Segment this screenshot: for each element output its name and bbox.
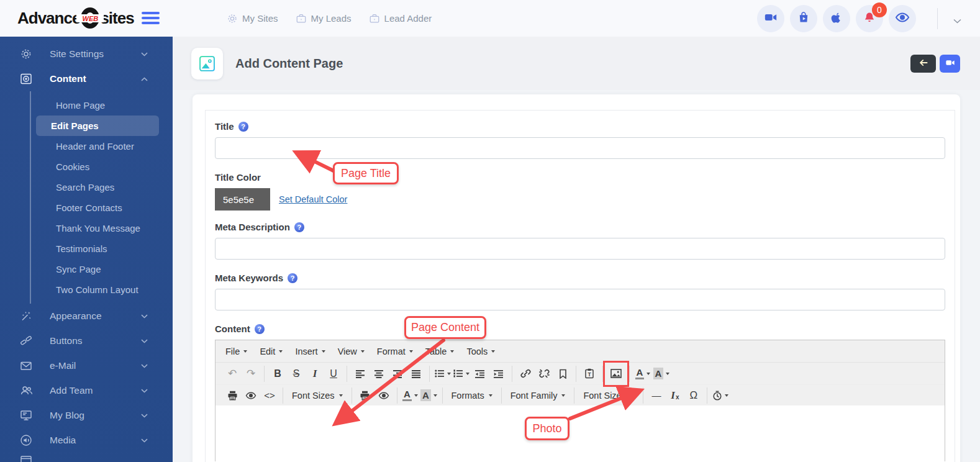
background-color-icon[interactable]: A: [652, 366, 671, 382]
form-card: Title ? Title Color 5e5e5e Set Default C…: [193, 94, 960, 462]
preview-eye-icon[interactable]: [242, 387, 260, 404]
horizontal-rule-icon[interactable]: —: [647, 387, 666, 404]
font-sizes-dropdown[interactable]: Font Sizes: [287, 387, 348, 404]
store-button[interactable]: [790, 5, 817, 32]
formats-dropdown[interactable]: Formats: [447, 387, 497, 404]
top-navigation: My Sites My Leads Lead Adder: [227, 0, 432, 37]
text-color-icon[interactable]: A: [401, 387, 420, 404]
italic-icon[interactable]: I: [306, 366, 324, 382]
align-justify-icon[interactable]: [407, 366, 425, 382]
picture-tile-icon: [191, 48, 223, 79]
source-code-icon[interactable]: <>: [260, 387, 279, 404]
sidebar-subitem-header-and-footer[interactable]: Header and Footer: [36, 136, 159, 156]
topnav-my-sites[interactable]: My Sites: [227, 13, 278, 24]
bold-icon[interactable]: B: [268, 366, 287, 382]
sidebar-item-label: My Blog: [50, 410, 84, 421]
redo-icon[interactable]: ↷: [242, 366, 260, 382]
back-button[interactable]: [910, 55, 936, 73]
menu-format[interactable]: Format: [371, 343, 419, 360]
bookmark-icon[interactable]: [553, 366, 572, 382]
menu-file[interactable]: File: [219, 343, 253, 360]
help-icon[interactable]: ?: [238, 122, 248, 132]
help-icon[interactable]: ?: [255, 324, 265, 334]
sidebar-subitem-edit-pages[interactable]: Edit Pages: [36, 116, 159, 136]
print-icon[interactable]: [223, 387, 242, 404]
page-title: Add Content Page: [235, 57, 343, 71]
menu-tools[interactable]: Tools: [460, 343, 501, 360]
special-character-icon[interactable]: Ω: [684, 387, 703, 404]
menu-insert[interactable]: Insert: [289, 343, 331, 360]
sidebar-item-my-blog[interactable]: My Blog: [0, 403, 173, 428]
insert-image-icon[interactable]: [607, 366, 625, 382]
sidebar-subitem-testimonials[interactable]: Testimonials: [36, 238, 159, 259]
paste-text-icon[interactable]: T: [580, 366, 599, 382]
content-label: Content: [215, 324, 250, 334]
unlink-icon[interactable]: [535, 366, 553, 382]
annotation-photo: Photo: [525, 417, 569, 440]
sidebar-subitem-cookies[interactable]: Cookies: [36, 156, 159, 177]
tags-icon: [20, 335, 35, 347]
font-family-dropdown[interactable]: Font Family: [506, 387, 571, 404]
link-icon[interactable]: [516, 366, 535, 382]
notifications-button[interactable]: 0: [856, 5, 883, 32]
sidebar-item-add-team[interactable]: Add Team: [0, 378, 173, 403]
chevron-down-icon: [141, 438, 148, 443]
sidebar-subitem-home-page[interactable]: Home Page: [36, 95, 159, 116]
set-default-color-link[interactable]: Set Default Color: [279, 194, 347, 204]
underline-icon[interactable]: U: [324, 366, 343, 382]
meta-keywords-input[interactable]: [215, 289, 945, 310]
help-icon[interactable]: ?: [288, 273, 297, 283]
apple-button[interactable]: [823, 5, 850, 32]
align-center-icon[interactable]: [370, 366, 388, 382]
sidebar-subitem-sync-page[interactable]: Sync Page: [36, 259, 159, 279]
chevron-down-icon: [141, 364, 148, 368]
sidebar-item-media[interactable]: Media: [0, 428, 173, 453]
sidebar-item-site-settings[interactable]: Site Settings: [0, 42, 173, 66]
indent-icon[interactable]: [489, 366, 508, 382]
chevron-down-icon[interactable]: [953, 15, 961, 26]
sidebar-item-email[interactable]: e-Mail: [0, 353, 173, 378]
annotation-page-title: Page Title: [333, 162, 399, 184]
gear-icon: [227, 13, 238, 24]
text-color-icon[interactable]: A: [633, 366, 652, 382]
topnav-my-leads[interactable]: My Leads: [296, 13, 352, 24]
menu-table[interactable]: Table: [419, 343, 461, 360]
sidebar-item-content[interactable]: Content: [0, 66, 173, 91]
color-swatch[interactable]: 5e5e5e: [215, 188, 270, 211]
menu-edit[interactable]: Edit: [253, 343, 289, 360]
preview-eye-icon[interactable]: [374, 387, 393, 404]
video-button[interactable]: [757, 5, 784, 32]
preview-button[interactable]: [889, 5, 916, 32]
sidebar-item-buttons[interactable]: Buttons: [0, 328, 173, 353]
video-help-button[interactable]: [940, 55, 960, 73]
editor-content-area[interactable]: [216, 405, 945, 462]
sidebar-subitem-footer-contacts[interactable]: Footer Contacts: [36, 197, 159, 218]
align-left-icon[interactable]: [351, 366, 370, 382]
print-icon[interactable]: [356, 387, 374, 404]
briefcase-icon: [369, 13, 380, 24]
undo-icon[interactable]: ↶: [223, 366, 242, 382]
strikethrough-icon[interactable]: S: [287, 366, 306, 382]
meta-description-input[interactable]: [215, 238, 945, 260]
restore-draft-clock-icon[interactable]: [711, 387, 730, 404]
align-right-icon[interactable]: [388, 366, 407, 382]
font-sizes-dropdown[interactable]: Font Sizes: [578, 387, 639, 404]
topnav-lead-adder[interactable]: Lead Adder: [369, 13, 432, 24]
title-input[interactable]: [215, 137, 945, 159]
help-icon[interactable]: ?: [294, 222, 304, 232]
menu-view[interactable]: View: [332, 343, 371, 360]
sidebar-subitem-search-pages[interactable]: Search Pages: [36, 177, 159, 197]
hamburger-menu-icon[interactable]: [142, 12, 160, 27]
editor-toolbar-row1: ↶ ↷ B S I U: [216, 363, 945, 384]
numbered-list-icon[interactable]: [452, 366, 471, 382]
clear-formatting-icon[interactable]: Ix: [666, 387, 684, 404]
brand-logo[interactable]: Advance WEB sites: [17, 6, 134, 30]
briefcase-icon: [296, 13, 307, 24]
speaker-icon: [20, 434, 35, 446]
sidebar-item-appearance[interactable]: Appearance: [0, 304, 173, 328]
outdent-icon[interactable]: [471, 366, 489, 382]
sidebar-subitem-thank-you-message[interactable]: Thank You Message: [36, 218, 159, 238]
background-color-icon[interactable]: A: [420, 387, 438, 404]
sidebar-subitem-two-column-layout[interactable]: Two Column Layout: [36, 279, 159, 300]
bullet-list-icon[interactable]: [433, 366, 452, 382]
